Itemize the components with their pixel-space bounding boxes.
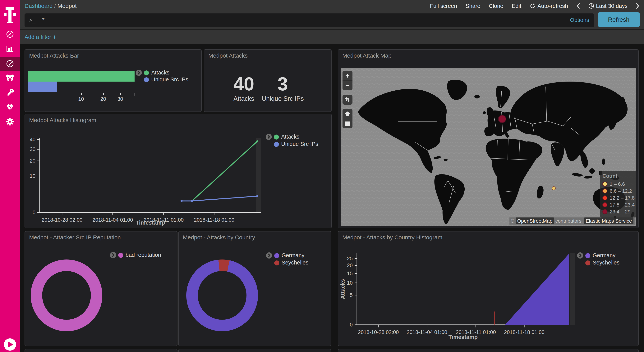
chevron-right-icon	[636, 3, 640, 9]
share-button[interactable]: Share	[466, 3, 480, 9]
map-draw-controls	[342, 109, 352, 128]
toolbar: Full screen Share Clone Edit Auto-refres…	[430, 0, 640, 12]
sidebar-item-management[interactable]	[0, 115, 20, 129]
legend-label[interactable]: Unique Src IPs	[151, 76, 188, 83]
map-point-seychelles[interactable]	[552, 187, 556, 190]
legend-expand-arrow[interactable]	[110, 252, 116, 258]
panel-title[interactable]: Medpot Attacks	[208, 52, 248, 59]
legend-label[interactable]: Germany	[282, 252, 304, 259]
wrench-icon	[6, 88, 14, 97]
panel-attacks-bar: Medpot Attacks Bar 102030AttacksUnique S…	[24, 49, 202, 112]
telekom-logo[interactable]	[0, 5, 20, 25]
attacks-bar-chart: 102030AttacksUnique Src IPs	[25, 50, 201, 111]
partial-panel	[338, 349, 639, 352]
sidebar	[0, 0, 20, 352]
sidebar-item-monitoring[interactable]	[0, 100, 20, 114]
sidebar-item-dev-tools[interactable]	[0, 86, 20, 100]
axis-tick-label: 30	[112, 96, 128, 102]
world-map[interactable]: + − Count	[340, 68, 636, 226]
chevron-left-icon	[576, 3, 580, 9]
attribution-link[interactable]: OpenStreetMap	[516, 218, 554, 224]
legend-dot	[585, 253, 590, 258]
bar-chart-icon	[6, 45, 14, 53]
bar-attacks[interactable]	[28, 71, 134, 82]
legend-expand-arrow[interactable]	[266, 252, 272, 259]
panel-title[interactable]: Medpot Attack Map	[342, 52, 392, 59]
map-legend-title: Count	[602, 173, 636, 179]
draw-polygon-button[interactable]	[342, 109, 352, 119]
partial-panel	[24, 349, 178, 352]
legend-label[interactable]: Unique Src IPs	[281, 141, 318, 147]
legend-expand-arrow[interactable]	[577, 252, 584, 259]
legend-label[interactable]: Seychelles	[282, 259, 308, 266]
map-point-western-europe[interactable]	[498, 115, 506, 123]
legend-expand-arrow[interactable]	[136, 70, 142, 76]
metric-unique-src-ips: 3 Unique Src IPs	[255, 74, 310, 102]
query-value[interactable]: *	[42, 17, 44, 24]
breadcrumb-dashboard-link[interactable]: Dashboard	[24, 3, 53, 9]
legend-dot	[144, 70, 149, 75]
query-prompt-icon: >_	[29, 17, 36, 23]
panel-country-histogram: Medpot - Attacks by Country Histogram 05…	[338, 231, 639, 346]
legend-dot	[274, 260, 279, 265]
panel-attacks-by-country: Medpot - Attacks by Country GermanySeych…	[178, 231, 332, 346]
attribution-text: ©	[510, 218, 516, 224]
attribution-text: contributors,	[554, 218, 584, 224]
play-circle-icon	[4, 338, 16, 351]
query-options-link[interactable]: Options	[570, 17, 589, 23]
legend-label[interactable]: Attacks	[151, 70, 170, 76]
header: Dashboard / Medpot Full screen Share Clo…	[20, 0, 644, 44]
panel-attacks-histogram: Medpot Attacks Histogram 0102030402018-1…	[24, 114, 332, 228]
sidebar-item-dashboard[interactable]	[0, 57, 20, 71]
map-legend-bucket: 1 – 6.6	[602, 181, 636, 188]
metric-label: Unique Src IPs	[255, 95, 310, 102]
reputation-legend: bad reputation	[25, 232, 177, 346]
world-map-svg	[340, 68, 636, 226]
legend-label[interactable]: bad reputation	[126, 252, 161, 258]
sidebar-collapse-button[interactable]	[0, 337, 20, 351]
legend-label[interactable]: Seychelles	[593, 259, 620, 266]
legend-dot	[585, 260, 590, 265]
map-legend-bucket: 23.4 – 29	[602, 208, 636, 215]
crop-icon[interactable]	[342, 95, 352, 105]
map-attribution: © OpenStreetMap contributors, Elastic Ma…	[510, 218, 634, 225]
time-forward-button[interactable]	[636, 3, 640, 9]
zoom-in-button[interactable]: +	[342, 71, 352, 81]
legend-dot	[274, 134, 279, 139]
query-input[interactable]: >_ * Options	[24, 14, 594, 27]
map-count-legend: Count 1 – 6.66.6 – 12.212.2 – 17.817.8 –…	[600, 171, 636, 218]
auto-refresh-button[interactable]: Auto-refresh	[530, 3, 568, 9]
telekom-t-icon	[4, 7, 16, 23]
country-legend: GermanySeychelles	[179, 232, 331, 346]
legend-label[interactable]: Attacks	[281, 134, 300, 140]
map-legend-bucket: 17.8 – 23.4	[602, 201, 636, 208]
sidebar-item-honeypot[interactable]	[0, 71, 20, 85]
legend-dot	[274, 142, 279, 147]
breadcrumb-separator: /	[54, 3, 56, 9]
sidebar-item-discover[interactable]	[0, 27, 20, 41]
full-screen-button[interactable]: Full screen	[430, 3, 457, 9]
legend-dot	[144, 77, 149, 82]
panel-attack-map: Medpot Attack Map	[338, 49, 639, 228]
map-legend-bucket: 12.2 – 17.8	[602, 195, 636, 201]
attribution-link[interactable]: Elastic Maps Service	[584, 218, 634, 224]
refresh-button[interactable]: Refresh	[598, 12, 640, 27]
legend-expand-arrow[interactable]	[266, 134, 272, 140]
draw-rectangle-button[interactable]	[342, 119, 352, 128]
breadcrumb-current: Medpot	[58, 3, 77, 9]
metric-value: 3	[255, 74, 310, 93]
refresh-cycle-icon	[530, 3, 536, 9]
bar-unique-src-ips[interactable]	[28, 82, 57, 92]
legend-label[interactable]: Germany	[593, 252, 616, 259]
time-range-picker[interactable]: Last 30 days	[588, 3, 628, 9]
add-filter-link[interactable]: Add a filter +	[24, 34, 56, 41]
sidebar-item-visualize[interactable]	[0, 42, 20, 56]
axis-tick-label: 10	[74, 96, 89, 102]
zoom-out-button[interactable]: −	[342, 81, 352, 90]
time-back-button[interactable]	[576, 3, 580, 9]
gear-icon	[6, 117, 14, 126]
edit-button[interactable]: Edit	[512, 3, 521, 9]
dashboard-gauge-icon	[6, 59, 14, 68]
partial-panel	[178, 349, 332, 352]
clone-button[interactable]: Clone	[489, 3, 503, 9]
